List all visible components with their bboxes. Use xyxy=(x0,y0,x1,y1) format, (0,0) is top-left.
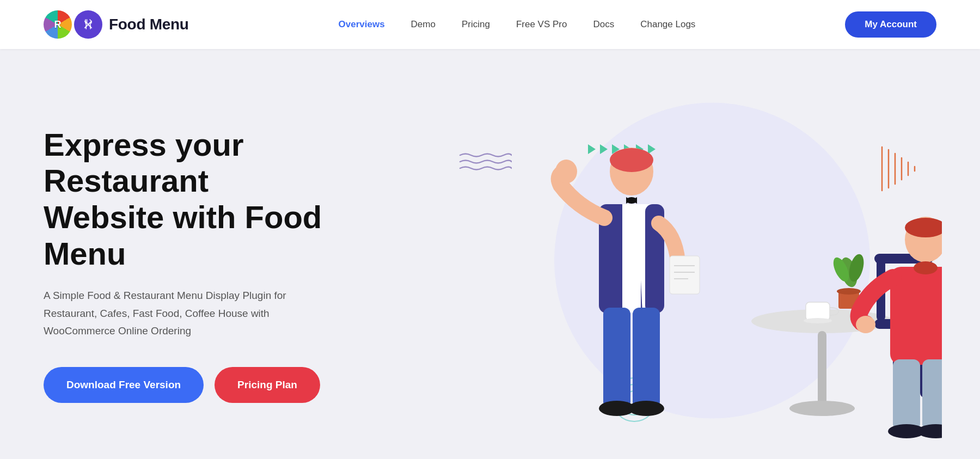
nav-demo[interactable]: Demo xyxy=(411,19,436,30)
svg-rect-35 xyxy=(818,331,826,407)
svg-point-62 xyxy=(917,424,942,438)
svg-rect-29 xyxy=(603,308,630,408)
site-header: R Food Menu xyxy=(0,0,980,49)
nav-free-vs-pro[interactable]: Free VS Pro xyxy=(516,19,567,30)
download-free-version-button[interactable]: Download Free Version xyxy=(44,367,204,403)
svg-point-38 xyxy=(804,318,832,323)
logo-fork-icon xyxy=(74,10,102,39)
hero-buttons: Download Free Version Pricing Plan xyxy=(44,367,370,403)
site-title: Food Menu xyxy=(109,16,189,33)
svg-rect-37 xyxy=(806,302,830,321)
hero-title: Express your Restaurant Website with Foo… xyxy=(44,127,348,272)
hero-section: Express your Restaurant Website with Foo… xyxy=(0,49,980,459)
svg-point-33 xyxy=(555,160,577,183)
nav-docs[interactable]: Docs xyxy=(593,19,614,30)
hero-content: Express your Restaurant Website with Foo… xyxy=(44,105,370,403)
svg-point-36 xyxy=(789,401,855,416)
logo-area: R Food Menu xyxy=(44,10,189,39)
nav-pricing[interactable]: Pricing xyxy=(462,19,490,30)
svg-rect-30 xyxy=(633,308,660,408)
nav-overviews[interactable]: Overviews xyxy=(339,19,385,30)
main-nav: Overviews Demo Pricing Free VS Pro Docs … xyxy=(339,19,696,30)
nav-change-logs[interactable]: Change Logs xyxy=(640,19,695,30)
svg-point-40 xyxy=(837,288,861,295)
svg-rect-25 xyxy=(670,256,700,294)
logo-r-icon: R xyxy=(44,10,72,39)
svg-rect-59 xyxy=(893,359,920,430)
main-illustration-svg xyxy=(425,76,942,446)
svg-point-57 xyxy=(856,316,875,333)
fork-knife-svg xyxy=(81,17,96,32)
hero-illustration xyxy=(381,49,980,459)
svg-point-16 xyxy=(610,148,653,172)
svg-rect-60 xyxy=(922,359,942,430)
pricing-plan-button[interactable]: Pricing Plan xyxy=(215,367,320,403)
hero-description: A Simple Food & Restaurant Menu Display … xyxy=(44,287,316,340)
logo-icons: R xyxy=(44,10,102,39)
svg-rect-52 xyxy=(912,220,939,230)
svg-rect-24 xyxy=(622,204,641,313)
svg-point-54 xyxy=(914,261,938,274)
my-account-button[interactable]: My Account xyxy=(845,11,936,38)
svg-point-32 xyxy=(628,401,664,416)
